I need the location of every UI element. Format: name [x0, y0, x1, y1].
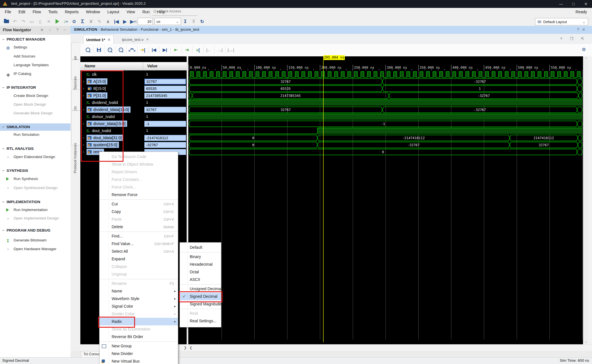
run-all-icon[interactable]: ▶ [121, 17, 129, 26]
menu-item-new-group[interactable]: New Group [100, 342, 178, 350]
redo-icon[interactable]: ↷ [19, 17, 28, 26]
scroll-right-icon[interactable]: ❯ [184, 346, 187, 350]
menu-item-select-all[interactable]: Select AllCtrl+A [100, 248, 178, 255]
signal-row-name-dividend-tvalid[interactable]: dividend_tvalid [80, 99, 144, 106]
tab-sources[interactable]: Sources [71, 60, 79, 79]
menu-item-copy[interactable]: CopyCtrl+C [100, 208, 178, 216]
name-column-header[interactable]: Name [85, 64, 95, 68]
menu-tools[interactable]: Tools [45, 8, 61, 16]
column-divider[interactable] [143, 62, 143, 70]
cursor-time-label[interactable]: 205.004 ns [323, 55, 345, 60]
sim-time-input[interactable] [138, 18, 153, 25]
flow-item-open-elaborated-design[interactable]: ›Open Elaborated Design [0, 153, 70, 161]
menu-item-find-value[interactable]: Find Value...Ctrl+Shift+F [100, 240, 178, 248]
signal-row-value-divisor-tdata-15-0[interactable]: -1 [144, 121, 186, 127]
close-tab-icon[interactable]: ✕ [108, 38, 111, 42]
sim-unit-select[interactable]: us⌄ [154, 18, 181, 25]
help-icon[interactable]: ? [577, 27, 582, 32]
signal-row-name-b-15-0[interactable]: ›B[15:0] [80, 85, 144, 92]
signal-row-value-dout-tdata-31-0[interactable]: -2147418112 [144, 135, 186, 141]
menu-item-delete[interactable]: DeleteDelete [100, 223, 178, 231]
quick-access-search[interactable]: Q- [152, 9, 197, 16]
menu-item-show-as-enumeration[interactable]: Show as Enumeration [100, 325, 178, 333]
previous-transition-icon[interactable]: |◀ [149, 44, 159, 56]
flow-section-simulation[interactable]: ›SIMULATION [0, 123, 70, 131]
expand-chevron-icon[interactable]: › [83, 136, 84, 140]
expand-chevron-icon[interactable]: › [83, 150, 84, 154]
signal-row-name-dout-tvalid[interactable]: dout_tvalid [80, 127, 144, 134]
expand-chevron-icon[interactable]: › [83, 93, 84, 97]
next-transition-icon[interactable]: ▶| [160, 44, 170, 56]
signal-row-value-dividend-tdata-15-0[interactable]: 32767 [144, 107, 186, 113]
menu-item-waveform-style[interactable]: Waveform Style▸ [100, 295, 178, 303]
wave-search-icon[interactable] [83, 44, 93, 56]
swap-right-icon[interactable]: →| [215, 44, 225, 56]
close-tab-icon[interactable]: ✕ [146, 37, 149, 41]
menu-item-force-clock[interactable]: Force Clock... [100, 183, 178, 191]
expand-chevron-icon[interactable]: › [83, 79, 84, 83]
menu-item-cut[interactable]: CutCtrl+X [100, 200, 178, 208]
cancel-icon[interactable]: ✘ [87, 17, 95, 26]
flow-item-generate-bitstream[interactable]: ↧Generate Bitstream [0, 237, 70, 244]
signal-row-name-quotient-15-0[interactable]: ›quotient[15:0] [80, 141, 144, 148]
flow-section-program-and-debug[interactable]: ›PROGRAM AND DEBUG [0, 227, 70, 234]
signal-row-value-divisor-tvalid[interactable]: 1 [144, 114, 186, 120]
flow-navigator-header-icons[interactable]: ≋ ↕ ? – [40, 28, 68, 32]
run-for-time-icon[interactable]: ▶(T) [129, 17, 138, 26]
flow-item-language-templates[interactable]: Language Templates [0, 61, 70, 69]
scroll-left-icon[interactable]: ❮ [189, 346, 192, 350]
menu-item-reverse-bit-order[interactable]: Reverse Bit Order [100, 333, 178, 341]
go-to-time-icon[interactable]: ➔[ [138, 44, 148, 56]
flow-item-add-sources[interactable]: Add Sources [0, 53, 70, 60]
signal-row-name-divisor-tvalid[interactable]: divisor_tvalid [80, 113, 144, 120]
add-marker-icon[interactable]: +[ [193, 44, 203, 56]
flow-item-open-block-design[interactable]: Open Block Design [0, 101, 70, 108]
step-icon[interactable]: ↧ [181, 17, 189, 26]
scroll-up-icon[interactable]: ⌃ [583, 57, 589, 61]
flow-item-run-implementation[interactable]: Run Implementation [0, 206, 70, 214]
maximize-button[interactable]: □ [567, 0, 580, 8]
menu-item-go-to-source-code[interactable]: Go To Source Code [100, 153, 178, 161]
flow-item-ip-catalog[interactable]: ➕IP Catalog [0, 70, 70, 77]
menu-item-force-constant[interactable]: Force Constant... [100, 176, 178, 183]
tab-scope[interactable]: Scope [71, 42, 79, 59]
signal-row-value-a-15-0[interactable]: 32767 [144, 79, 186, 85]
flow-section-synthesis[interactable]: ›SYNTHESIS [0, 167, 70, 174]
menu-item-signed-magnitude[interactable]: Signed Magnitude [180, 300, 221, 308]
flow-item-create-block-design[interactable]: Create Block Design [0, 92, 70, 99]
signal-row-value-p-31-0[interactable]: 2147385345 [144, 93, 186, 99]
menu-item-ascii[interactable]: ASCII [180, 276, 221, 283]
menu-item-binary[interactable]: Binary [180, 253, 221, 261]
signal-row-name-dividend-tdata-15-0[interactable]: ›dividend_tdata[15:0] [80, 106, 144, 113]
tab-protocol-instances[interactable]: Protocol Instances [71, 110, 79, 145]
signal-row-value-clk[interactable]: 1 [144, 72, 186, 77]
tab-untitled-1[interactable]: Untitled 1*✕ [83, 35, 114, 44]
menu-item-new-virtual-bus[interactable]: New Virtual Bus [100, 358, 178, 364]
flow-item-run-synthesis[interactable]: Run Synthesis [0, 175, 70, 183]
menu-item-radix[interactable]: Radix▸ [100, 318, 178, 325]
flow-item-run-simulation[interactable]: Run Simulation [0, 131, 70, 138]
restart-sim-icon[interactable]: |◀ [112, 17, 121, 26]
menu-item-name[interactable]: Name▸ [100, 287, 178, 295]
signal-row-value-quotient-15-0[interactable]: -32767 [144, 142, 186, 148]
flow-section-rtl-analysis[interactable]: ›RTL ANALYSIS [0, 145, 70, 152]
delete-icon[interactable]: ✕ [45, 17, 53, 26]
menu-item-rename[interactable]: RenameF2 [100, 280, 178, 287]
report-sum-icon[interactable]: Σ [78, 17, 87, 26]
layout-selector[interactable]: Default Layout ⌄ [535, 18, 588, 25]
flow-item-open-synthesized-design[interactable]: ›Open Synthesized Design [0, 184, 70, 192]
wave-vertical-scrollbar[interactable]: ⌃ ⌄ [583, 56, 589, 344]
waveform-canvas[interactable]: 0.000 ns50.000 ns100.000 ns150.000 ns200… [188, 56, 583, 344]
menu-item-signal-color[interactable]: Signal Color▸ [100, 303, 178, 310]
menu-item-show-in-object-window[interactable]: Show in Object Window [100, 161, 178, 168]
expand-chevron-icon[interactable]: › [83, 143, 84, 147]
wave-settings-gear-icon[interactable]: ⚙ [582, 47, 586, 52]
zoom-in-icon[interactable]: + [105, 44, 115, 56]
menu-flow[interactable]: Flow [29, 8, 45, 16]
signal-row-name-clk[interactable]: clk [80, 71, 144, 78]
menu-item-new-divider[interactable]: New Divider [100, 350, 178, 358]
menu-file[interactable]: File [1, 8, 15, 16]
settings-gear-icon[interactable]: ⚙ [70, 17, 78, 26]
signal-row-value-dividend-tvalid[interactable]: 1 [144, 100, 186, 106]
menu-item-octal[interactable]: Octal [180, 268, 221, 276]
